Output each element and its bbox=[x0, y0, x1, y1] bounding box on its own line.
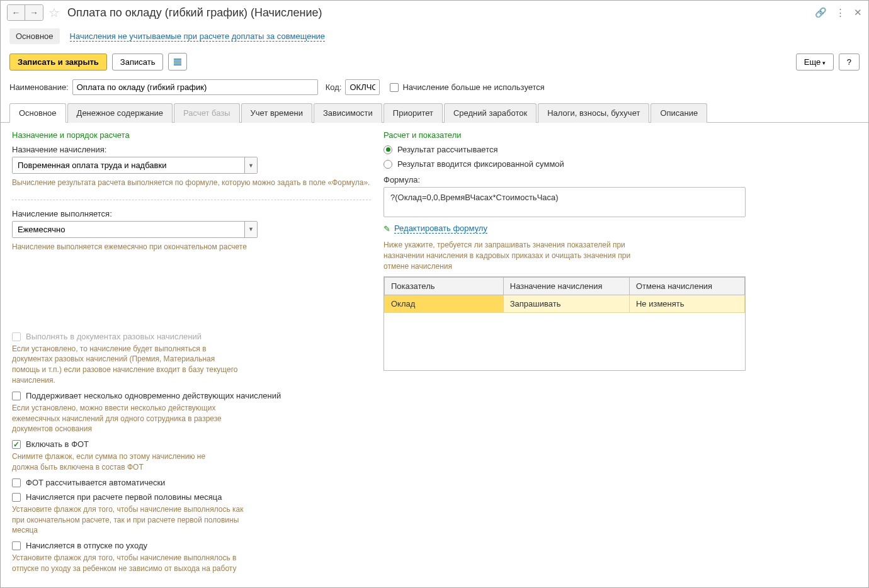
indicators-table[interactable]: Показатель Назначение начисления Отмена … bbox=[383, 276, 746, 371]
menu-dots-icon[interactable]: ⋮ bbox=[836, 7, 845, 18]
purpose-section-title: Назначение и порядок расчета bbox=[12, 130, 371, 140]
table-header-assignment[interactable]: Назначение начисления bbox=[503, 278, 629, 295]
not-used-checkbox[interactable] bbox=[390, 83, 399, 92]
breadcrumb: Основное Начисления не учитываемые при р… bbox=[1, 25, 868, 50]
chevron-down-icon[interactable]: ▼ bbox=[244, 222, 257, 237]
onetime-hint: Если установлено, то начисление будет вы… bbox=[12, 344, 239, 386]
onetime-label: Выполнять в документах разовых начислени… bbox=[26, 332, 202, 341]
table-header-indicator[interactable]: Показатель bbox=[385, 278, 504, 295]
purpose-hint: Вычисление результата расчета выполняетс… bbox=[12, 178, 371, 188]
radio-calculated[interactable]: Результат рассчитывается bbox=[383, 145, 857, 154]
fot-label: Включать в ФОТ bbox=[26, 439, 89, 449]
subheader-main[interactable]: Основное bbox=[9, 28, 60, 44]
list-button[interactable] bbox=[168, 53, 187, 71]
purpose-label: Назначение начисления: bbox=[12, 145, 371, 154]
tab-monetary[interactable]: Денежное содержание bbox=[67, 103, 173, 123]
tab-description[interactable]: Описание bbox=[650, 103, 707, 123]
save-button[interactable]: Записать bbox=[112, 54, 164, 71]
subheader-link[interactable]: Начисления не учитываемые при расчете до… bbox=[70, 31, 326, 42]
purpose-input[interactable] bbox=[13, 157, 244, 173]
name-label: Наименование: bbox=[9, 82, 69, 92]
firsthalf-hint: Установите флажок для того, чтобы начисл… bbox=[12, 504, 251, 536]
execution-hint: Начисление выполняется ежемесячно при ок… bbox=[12, 242, 371, 252]
multi-hint: Если установлено, можно ввести несколько… bbox=[12, 403, 251, 434]
firsthalf-label: Начисляется при расчете первой половины … bbox=[26, 492, 222, 502]
radio-calculated-label: Результат рассчитывается bbox=[397, 145, 498, 154]
radio-fixed-label: Результат вводится фиксированной суммой bbox=[397, 159, 564, 169]
link-icon[interactable]: 🔗 bbox=[815, 7, 827, 18]
save-close-button[interactable]: Записать и закрыть bbox=[9, 54, 107, 71]
list-icon bbox=[174, 59, 181, 65]
table-hint: Ниже укажите, требуется ли запрашивать з… bbox=[383, 240, 635, 271]
code-input[interactable] bbox=[345, 79, 380, 95]
forward-button[interactable]: → bbox=[25, 5, 43, 20]
tab-base: Расчет базы bbox=[174, 103, 240, 123]
more-button[interactable]: Еще bbox=[796, 54, 834, 71]
onetime-checkbox bbox=[12, 332, 21, 341]
execution-input[interactable] bbox=[13, 222, 244, 237]
table-row[interactable]: Оклад Запрашивать Не изменять bbox=[385, 295, 745, 313]
table-header-cancel[interactable]: Отмена начисления bbox=[629, 278, 744, 295]
window-title: Оплата по окладу (гибкий график) (Начисл… bbox=[67, 6, 811, 20]
multi-checkbox[interactable] bbox=[12, 392, 21, 400]
tab-taxes[interactable]: Налоги, взносы, бухучет bbox=[538, 103, 649, 123]
radio-icon bbox=[383, 145, 392, 154]
firsthalf-checkbox[interactable] bbox=[12, 493, 21, 502]
multi-label: Поддерживает несколько одновременно дейс… bbox=[26, 391, 281, 400]
formula-input[interactable]: ?(Оклад=0,0,ВремяВЧасах*СтоимостьЧаса) bbox=[383, 187, 746, 217]
help-button[interactable]: ? bbox=[839, 54, 860, 71]
not-used-label: Начисление больше не используется bbox=[402, 82, 544, 92]
fot-auto-label: ФОТ рассчитывается автоматически bbox=[26, 478, 165, 487]
tab-dependencies[interactable]: Зависимости bbox=[314, 103, 382, 123]
tab-time[interactable]: Учет времени bbox=[241, 103, 312, 123]
cell-assignment[interactable]: Запрашивать bbox=[503, 295, 629, 313]
calc-section-title: Расчет и показатели bbox=[383, 130, 857, 140]
radio-fixed[interactable]: Результат вводится фиксированной суммой bbox=[383, 159, 857, 169]
fot-checkbox[interactable] bbox=[12, 440, 21, 449]
purpose-select[interactable]: ▼ bbox=[12, 157, 258, 174]
pencil-icon: ✎ bbox=[383, 224, 390, 234]
tab-priority[interactable]: Приоритет bbox=[383, 103, 443, 123]
chevron-down-icon[interactable]: ▼ bbox=[244, 157, 257, 173]
tab-average[interactable]: Средний заработок bbox=[444, 103, 537, 123]
back-button[interactable]: ← bbox=[8, 5, 25, 20]
edit-formula-link[interactable]: Редактировать формулу bbox=[394, 223, 487, 234]
tab-strip: Основное Денежное содержание Расчет базы… bbox=[1, 103, 868, 123]
code-label: Код: bbox=[326, 82, 342, 92]
execution-label: Начисление выполняется: bbox=[12, 209, 371, 218]
formula-label: Формула: bbox=[383, 175, 857, 184]
fot-auto-checkbox[interactable] bbox=[12, 478, 21, 487]
fot-hint: Снимите флажок, если сумма по этому начи… bbox=[12, 451, 226, 473]
cell-cancel[interactable]: Не изменять bbox=[629, 295, 744, 313]
leave-label: Начисляется в отпуске по уходу bbox=[26, 541, 147, 550]
name-input[interactable] bbox=[72, 79, 318, 95]
tab-main[interactable]: Основное bbox=[9, 103, 66, 123]
favorite-star-icon[interactable]: ☆ bbox=[47, 6, 61, 20]
cell-indicator[interactable]: Оклад bbox=[385, 295, 504, 313]
leave-checkbox[interactable] bbox=[12, 541, 21, 550]
close-icon[interactable]: ✕ bbox=[854, 7, 862, 18]
execution-select[interactable]: ▼ bbox=[12, 221, 258, 238]
radio-icon bbox=[383, 160, 392, 169]
divider bbox=[12, 200, 371, 200]
leave-hint: Установите флажок для того, чтобы начисл… bbox=[12, 553, 251, 574]
